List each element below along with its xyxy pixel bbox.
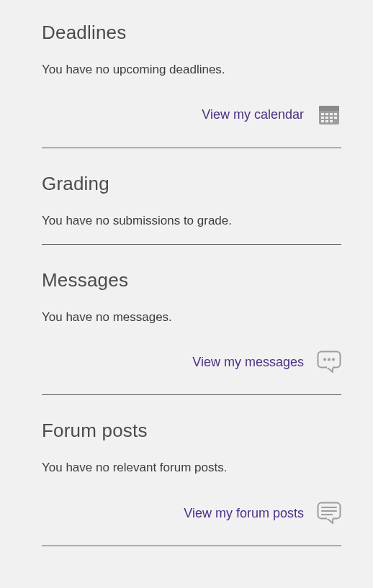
messages-heading: Messages xyxy=(42,269,341,291)
forum-action-row: View my forum posts xyxy=(42,501,341,525)
view-messages-link[interactable]: View my messages xyxy=(192,355,304,370)
dashboard-panel: Deadlines You have no upcoming deadlines… xyxy=(0,0,373,568)
svg-rect-12 xyxy=(330,120,333,122)
view-calendar-link[interactable]: View my calendar xyxy=(202,107,304,122)
svg-rect-10 xyxy=(321,120,324,122)
deadlines-action-row: View my calendar xyxy=(42,103,341,127)
svg-point-15 xyxy=(323,358,326,361)
svg-rect-11 xyxy=(325,120,328,122)
deadlines-section: Deadlines You have no upcoming deadlines… xyxy=(42,22,341,148)
messages-message: You have no messages. xyxy=(42,309,341,326)
forum-heading: Forum posts xyxy=(42,420,341,442)
forum-section: Forum posts You have no relevant forum p… xyxy=(42,420,341,546)
svg-rect-9 xyxy=(334,117,337,119)
messages-section: Messages You have no messages. View my m… xyxy=(42,269,341,396)
grading-heading: Grading xyxy=(42,173,341,195)
grading-message: You have no submissions to grade. xyxy=(42,212,341,230)
svg-rect-2 xyxy=(321,113,324,115)
grading-section: Grading You have no submissions to grade… xyxy=(42,173,341,245)
deadlines-message: You have no upcoming deadlines. xyxy=(42,61,341,78)
svg-rect-6 xyxy=(321,117,324,119)
deadlines-heading: Deadlines xyxy=(42,22,341,44)
forum-message: You have no relevant forum posts. xyxy=(42,459,341,476)
svg-rect-5 xyxy=(334,113,337,115)
messages-action-row: View my messages xyxy=(42,350,341,374)
svg-rect-3 xyxy=(325,113,328,115)
svg-rect-1 xyxy=(319,106,339,111)
view-forum-posts-link[interactable]: View my forum posts xyxy=(184,506,304,521)
forum-icon xyxy=(317,501,341,525)
svg-point-16 xyxy=(328,358,331,361)
svg-rect-7 xyxy=(325,117,328,119)
calendar-icon xyxy=(317,103,341,127)
chat-icon xyxy=(317,350,341,374)
svg-rect-19 xyxy=(327,517,333,519)
svg-rect-4 xyxy=(330,113,333,115)
svg-rect-14 xyxy=(327,366,333,368)
svg-rect-8 xyxy=(330,117,333,119)
svg-point-17 xyxy=(332,358,335,361)
